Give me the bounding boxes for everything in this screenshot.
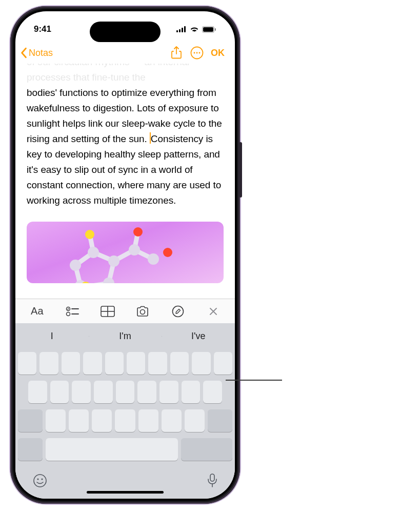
keyboard — [15, 349, 235, 499]
svg-point-25 — [129, 244, 140, 255]
key-blank[interactable] — [46, 409, 66, 432]
predictive-suggestion-3[interactable]: I've — [162, 331, 235, 342]
svg-point-39 — [173, 306, 184, 317]
key-blank[interactable] — [62, 352, 80, 375]
key-delete[interactable] — [208, 409, 232, 432]
svg-point-28 — [85, 230, 94, 239]
text-format-icon: Aa — [31, 305, 43, 317]
key-blank[interactable] — [162, 409, 182, 432]
svg-point-41 — [37, 479, 39, 480]
key-shift[interactable] — [18, 409, 43, 432]
svg-point-42 — [42, 479, 43, 480]
note-body[interactable]: bodies' functions to optimize everything… — [27, 64, 224, 208]
nav-bar: Notas OK — [15, 42, 235, 64]
svg-point-30 — [163, 248, 172, 257]
svg-rect-3 — [184, 26, 186, 32]
share-button[interactable] — [167, 43, 186, 63]
key-blank[interactable] — [18, 352, 36, 375]
svg-point-21 — [70, 260, 81, 271]
key-blank[interactable] — [138, 409, 158, 432]
back-button[interactable]: Notas — [19, 47, 53, 58]
side-power-button — [239, 142, 242, 198]
back-label: Notas — [29, 48, 53, 58]
ellipsis-circle-icon — [190, 46, 204, 60]
molecule-illustration — [45, 224, 188, 283]
key-blank[interactable] — [182, 381, 201, 403]
key-blank[interactable] — [159, 381, 178, 403]
key-return[interactable] — [181, 438, 232, 461]
dynamic-island — [90, 22, 161, 42]
svg-point-10 — [199, 52, 201, 54]
key-blank[interactable] — [115, 409, 135, 432]
key-blank[interactable] — [170, 352, 189, 375]
key-blank[interactable] — [92, 409, 112, 432]
battery-icon — [202, 26, 216, 33]
note-text-above: Sunlight has a profound effect on the sl… — [27, 64, 224, 85]
close-toolbar-button[interactable] — [195, 299, 231, 324]
svg-point-40 — [34, 475, 46, 487]
svg-point-8 — [194, 52, 195, 54]
markup-icon — [172, 305, 184, 318]
markup-button[interactable] — [161, 299, 196, 324]
checklist-icon — [66, 306, 79, 317]
key-blank[interactable] — [72, 381, 91, 403]
share-icon — [171, 46, 182, 60]
key-blank[interactable] — [69, 409, 89, 432]
formatting-toolbar: Aa — [15, 299, 235, 323]
cellular-icon — [176, 26, 187, 32]
dictation-button[interactable] — [207, 473, 218, 488]
callout-line — [226, 380, 282, 381]
note-attachment-image[interactable] — [27, 222, 224, 283]
checklist-button[interactable] — [55, 299, 90, 324]
key-blank[interactable] — [214, 352, 232, 375]
predictive-bar: I I'm I've — [15, 323, 235, 349]
svg-point-9 — [196, 52, 198, 54]
key-blank[interactable] — [94, 381, 113, 403]
emoji-button[interactable] — [32, 473, 48, 488]
key-blank[interactable] — [50, 381, 69, 403]
screen: 9:41 Notas — [15, 11, 235, 499]
key-blank[interactable] — [116, 381, 135, 403]
predictive-suggestion-2[interactable]: I'm — [89, 331, 162, 342]
camera-icon — [135, 306, 150, 317]
svg-point-23 — [108, 255, 119, 267]
key-blank[interactable] — [185, 409, 205, 432]
key-blank[interactable] — [105, 352, 124, 375]
svg-point-32 — [67, 312, 70, 316]
note-text-after-cursor: Consistency is key to developing healthy… — [27, 133, 221, 206]
camera-button[interactable] — [125, 299, 161, 324]
key-blank[interactable] — [192, 352, 210, 375]
svg-rect-43 — [210, 474, 214, 481]
svg-point-29 — [133, 227, 143, 237]
key-space[interactable] — [46, 438, 178, 461]
key-blank[interactable] — [148, 352, 167, 375]
svg-rect-1 — [179, 29, 181, 32]
phone-frame: 9:41 Notas — [10, 6, 240, 504]
close-icon — [209, 307, 218, 316]
key-numbers[interactable] — [18, 438, 43, 461]
key-blank[interactable] — [28, 381, 47, 403]
wifi-icon — [190, 26, 199, 33]
done-button[interactable]: OK — [208, 48, 228, 58]
more-button[interactable] — [187, 43, 207, 63]
key-blank[interactable] — [83, 352, 102, 375]
note-content[interactable]: Sunlight has a profound effect on the sl… — [15, 64, 235, 299]
svg-point-24 — [103, 278, 114, 283]
svg-rect-2 — [182, 28, 183, 32]
key-blank[interactable] — [39, 352, 58, 375]
text-format-button[interactable]: Aa — [19, 299, 55, 324]
home-indicator[interactable] — [87, 491, 164, 494]
chevron-left-icon — [19, 47, 28, 58]
table-icon — [101, 306, 115, 317]
table-button[interactable] — [90, 299, 125, 324]
svg-point-38 — [141, 309, 145, 314]
status-time: 9:41 — [34, 24, 51, 34]
svg-rect-0 — [176, 30, 178, 32]
key-blank[interactable] — [127, 352, 145, 375]
predictive-suggestion-1[interactable]: I — [15, 331, 89, 342]
key-blank[interactable] — [137, 381, 156, 403]
svg-point-22 — [88, 247, 99, 258]
svg-point-26 — [148, 253, 159, 265]
key-blank[interactable] — [203, 381, 222, 403]
done-label: OK — [211, 48, 225, 58]
